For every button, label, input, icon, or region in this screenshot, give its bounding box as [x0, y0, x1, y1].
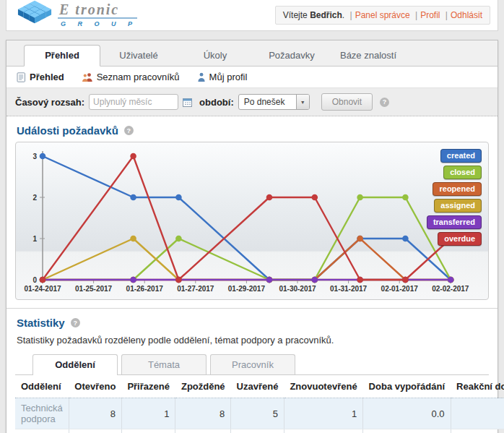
calendar-icon[interactable]: [183, 98, 192, 107]
row-value: 0.0: [451, 429, 504, 433]
row-value: 8: [175, 398, 231, 429]
admin-panel-link[interactable]: Panel správce: [355, 10, 410, 20]
row-value: 1: [284, 398, 362, 429]
events-chart-box: 012301-24-201701-25-201701-26-201701-27-…: [15, 142, 489, 300]
profile-link[interactable]: Profil: [420, 10, 440, 20]
svg-text:02-02-2017: 02-02-2017: [432, 285, 469, 293]
events-section-title: Události požadavků ?: [6, 116, 498, 142]
filter-help-icon[interactable]: ?: [380, 98, 389, 107]
main-panel: PřehledUživateléÚkolyPožadavkyBáze znalo…: [6, 40, 498, 433]
svg-text:01-24-2017: 01-24-2017: [24, 285, 61, 293]
subnav-item-1[interactable]: Přehled: [17, 72, 64, 82]
welcome-text: Vítejte: [283, 10, 308, 20]
top-header: E tronic G R O U P Vítejte Bedřich. |Pan…: [6, 0, 498, 31]
main-tab-3[interactable]: Úkoly: [177, 46, 253, 66]
column-header: Znovuotevřené: [284, 375, 362, 398]
logo-cubes-icon: [17, 1, 53, 30]
range-input[interactable]: [89, 94, 178, 110]
subnav-item-label: Můj profil: [209, 72, 248, 82]
column-header: Uzavřené: [231, 375, 284, 398]
period-label: období:: [199, 97, 234, 108]
row-value: 5: [231, 398, 284, 429]
chevron-down-icon: ▼: [296, 95, 309, 109]
subnav-item-3[interactable]: Můj profil: [197, 72, 248, 82]
column-header: Reakční doba: [451, 375, 504, 398]
stats-tab-2[interactable]: Témata: [121, 354, 207, 374]
row-value: 0: [175, 429, 231, 433]
stats-table: OdděleníOtevřenoPřiřazenéZpožděnéUzavřen…: [15, 375, 504, 433]
row-value: 0: [284, 429, 362, 433]
row-value: 8: [69, 398, 121, 429]
logo-subtitle: G R O U P: [58, 20, 137, 27]
stats-tabstrip: OdděleníTémataPracovník: [15, 354, 489, 375]
table-row[interactable]: Technická podpora818510.00.0: [15, 398, 504, 429]
svg-text:1: 1: [32, 235, 37, 243]
svg-text:0: 0: [32, 276, 37, 284]
stats-section-title: Statistiky ?: [6, 309, 498, 334]
stats-description: Statistiky požadavků rozděleny podle odd…: [6, 334, 498, 353]
stats-help-icon[interactable]: ?: [71, 318, 80, 327]
table-row[interactable]: Obchodní oddělení100000.00.0: [15, 429, 504, 433]
row-value: 1: [69, 429, 121, 433]
welcome-box: Vítejte Bedřich. |Panel správce |Profil …: [275, 6, 490, 25]
row-value: 0: [121, 429, 175, 433]
svg-text:3: 3: [32, 153, 37, 160]
username: Bedřich: [310, 10, 342, 20]
svg-text:2: 2: [32, 194, 37, 202]
column-header: Otevřeno: [69, 375, 121, 398]
column-header: Přiřazené: [121, 375, 175, 398]
stats-table-header: OdděleníOtevřenoPřiřazenéZpožděnéUzavřen…: [15, 375, 504, 398]
subnav-item-2[interactable]: Seznam pracovníků: [82, 72, 180, 82]
main-tab-1[interactable]: Přehled: [24, 45, 100, 67]
svg-text:02-01-2017: 02-01-2017: [381, 285, 419, 293]
page-gap: [0, 31, 504, 40]
logout-link[interactable]: Odhlásit: [451, 10, 482, 20]
legend-reopened: reopened: [433, 182, 482, 196]
subnav: PřehledSeznam pracovníkůMůj profil: [6, 67, 498, 88]
stats-tab-1[interactable]: Oddělení: [32, 354, 118, 375]
series-overdue: [40, 153, 454, 283]
row-value: 0.0: [363, 398, 451, 429]
row-value: 0.0: [363, 429, 451, 433]
column-header: Doba vypořádání: [363, 375, 451, 398]
legend-closed: closed: [443, 166, 482, 179]
stats-tab-3[interactable]: Pracovník: [210, 354, 295, 374]
legend-transferred: transferred: [427, 215, 482, 229]
subnav-item-label: Seznam pracovníků: [97, 72, 180, 82]
subnav-item-label: Přehled: [30, 72, 64, 82]
period-select-value: Po dnešek: [239, 95, 296, 109]
svg-text:01-26-2017: 01-26-2017: [126, 285, 164, 293]
legend-overdue: overdue: [438, 232, 482, 246]
svg-text:01-30-2017: 01-30-2017: [279, 285, 316, 293]
svg-text:01-25-2017: 01-25-2017: [75, 285, 113, 293]
main-tab-2[interactable]: Uživatelé: [100, 46, 177, 66]
legend-assigned: assigned: [434, 199, 482, 213]
logo-title: E tronic: [58, 2, 137, 19]
column-header: Zpožděné: [175, 375, 231, 398]
events-title-text: Události požadavků: [17, 124, 118, 137]
main-tab-4[interactable]: Požadavky: [253, 46, 330, 66]
row-value: 0.0: [451, 398, 504, 429]
person-icon: [197, 72, 206, 82]
filter-bar: Časový rozsah: období: Po dnešek ▼ Obnov…: [6, 88, 498, 116]
events-chart: 012301-24-201701-25-201701-26-201701-27-…: [16, 142, 487, 299]
people-icon: [82, 72, 93, 82]
row-value: 0: [231, 429, 284, 433]
period-select[interactable]: Po dnešek ▼: [238, 94, 310, 110]
main-tabstrip: PřehledUživateléÚkolyPožadavkyBáze znalo…: [6, 40, 498, 67]
svg-text:01-29-2017: 01-29-2017: [228, 285, 266, 293]
column-header: Oddělení: [15, 375, 69, 398]
logo: E tronic G R O U P: [17, 1, 137, 30]
row-value: 1: [121, 398, 175, 429]
chart-legend: createdclosedreopenedassignedtransferred…: [427, 149, 482, 246]
events-help-icon[interactable]: ?: [124, 126, 134, 135]
svg-text:01-31-2017: 01-31-2017: [330, 285, 368, 293]
range-label: Časový rozsah:: [15, 97, 84, 108]
row-name: Obchodní oddělení: [15, 429, 69, 433]
refresh-button[interactable]: Obnovit: [321, 93, 373, 111]
document-icon: [17, 72, 26, 82]
main-tab-5[interactable]: Báze znalostí: [330, 46, 407, 66]
row-name: Technická podpora: [15, 398, 69, 429]
stats-title-text: Statistiky: [17, 317, 65, 329]
svg-text:01-27-2017: 01-27-2017: [177, 285, 214, 293]
